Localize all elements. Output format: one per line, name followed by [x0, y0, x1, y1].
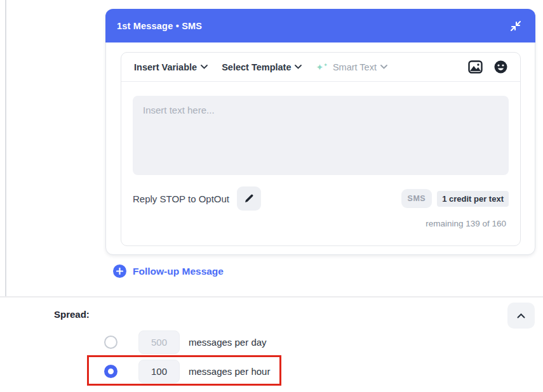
- composer-panel: Insert Variable Select Template ✦✦ Smart…: [121, 52, 521, 246]
- messages-per-day-input[interactable]: [138, 330, 180, 354]
- collapse-arrows-icon: [510, 20, 521, 32]
- character-count-remaining: remaining 139 of 160: [426, 219, 506, 228]
- section-divider: [0, 296, 543, 297]
- left-border-line: [5, 0, 6, 297]
- radio-messages-per-day[interactable]: [104, 336, 117, 349]
- sparkle-icon: ✦✦: [316, 62, 327, 72]
- optout-label: Reply STOP to OptOut: [133, 193, 229, 204]
- optout-row: Reply STOP to OptOut SMS 1 credit per te…: [133, 186, 509, 211]
- messages-per-hour-label: messages per hour: [189, 366, 270, 377]
- chevron-down-icon: [295, 65, 302, 69]
- smart-text-dropdown[interactable]: ✦✦ Smart Text: [316, 62, 387, 72]
- insert-image-button[interactable]: [468, 60, 483, 74]
- emoji-icon: [494, 60, 507, 74]
- edit-optout-button[interactable]: [237, 186, 261, 211]
- spread-label: Spread:: [54, 309, 90, 320]
- radio-messages-per-hour[interactable]: [104, 365, 117, 378]
- insert-variable-dropdown[interactable]: Insert Variable: [134, 62, 208, 72]
- select-template-dropdown[interactable]: Select Template: [222, 62, 302, 72]
- insert-variable-label: Insert Variable: [134, 62, 197, 72]
- collapse-card-button[interactable]: [509, 19, 523, 33]
- followup-message-label: Follow-up Message: [133, 266, 224, 277]
- message-card-header: 1st Message • SMS: [105, 9, 535, 42]
- credit-cost-badge: 1 credit per text: [437, 191, 509, 207]
- smart-text-label: Smart Text: [333, 62, 377, 72]
- select-template-label: Select Template: [222, 62, 291, 72]
- add-followup-message-button[interactable]: Follow-up Message: [113, 265, 224, 278]
- sms-type-badge: SMS: [401, 189, 432, 208]
- pencil-icon: [244, 193, 254, 204]
- sms-composer-page: 1st Message • SMS Insert Variable Select: [0, 0, 543, 392]
- spread-option-per-hour: messages per hour: [87, 357, 290, 385]
- chevron-down-icon: [201, 65, 208, 69]
- chevron-up-icon: [517, 313, 525, 318]
- spread-option-per-day: messages per day: [87, 328, 290, 356]
- composer-toolbar: Insert Variable Select Template ✦✦ Smart…: [121, 53, 520, 82]
- messages-per-hour-input[interactable]: [138, 360, 180, 383]
- chevron-down-icon: [380, 65, 387, 69]
- insert-emoji-button[interactable]: [494, 60, 507, 74]
- image-icon: [468, 60, 483, 74]
- message-card-title: 1st Message • SMS: [117, 21, 202, 31]
- first-message-card: 1st Message • SMS Insert Variable Select: [105, 9, 535, 255]
- message-text-input[interactable]: [133, 96, 509, 175]
- plus-circle-icon: [113, 265, 126, 278]
- collapse-section-button[interactable]: [507, 303, 535, 329]
- messages-per-day-label: messages per day: [189, 337, 267, 348]
